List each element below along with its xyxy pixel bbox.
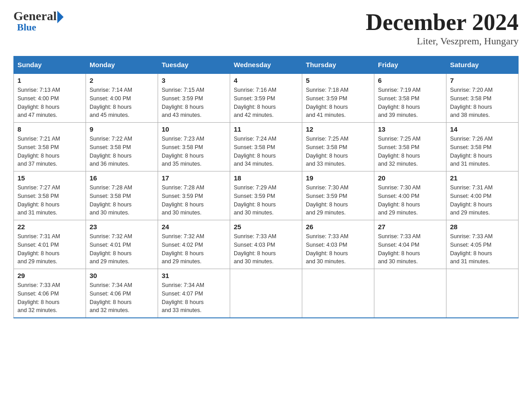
day-number: 20 bbox=[378, 174, 442, 182]
day-info: Sunrise: 7:20 AM Sunset: 3:58 PM Dayligh… bbox=[450, 86, 515, 120]
calendar-week-row: 8 Sunrise: 7:21 AM Sunset: 3:58 PM Dayli… bbox=[14, 123, 519, 171]
day-number: 22 bbox=[17, 223, 82, 231]
table-row: 12 Sunrise: 7:25 AM Sunset: 3:58 PM Dayl… bbox=[302, 123, 374, 171]
table-row: 9 Sunrise: 7:22 AM Sunset: 3:58 PM Dayli… bbox=[86, 123, 158, 171]
day-info: Sunrise: 7:29 AM Sunset: 3:59 PM Dayligh… bbox=[234, 184, 298, 217]
logo: General Blue bbox=[13, 9, 64, 33]
day-info: Sunrise: 7:33 AM Sunset: 4:06 PM Dayligh… bbox=[17, 281, 82, 315]
day-number: 19 bbox=[306, 174, 370, 182]
title-block: December 2024 Liter, Veszprem, Hungary bbox=[366, 9, 519, 47]
day-info: Sunrise: 7:27 AM Sunset: 3:58 PM Dayligh… bbox=[17, 184, 82, 217]
table-row: 7 Sunrise: 7:20 AM Sunset: 3:58 PM Dayli… bbox=[446, 73, 519, 123]
day-number: 24 bbox=[162, 223, 226, 231]
day-number: 9 bbox=[90, 125, 154, 133]
day-info: Sunrise: 7:23 AM Sunset: 3:58 PM Dayligh… bbox=[162, 135, 226, 168]
col-sunday: Sunday bbox=[14, 56, 86, 74]
day-number: 30 bbox=[90, 272, 154, 279]
day-info: Sunrise: 7:32 AM Sunset: 4:01 PM Dayligh… bbox=[90, 232, 154, 266]
day-number: 2 bbox=[90, 77, 154, 84]
day-number: 4 bbox=[234, 77, 298, 84]
day-info: Sunrise: 7:30 AM Sunset: 3:59 PM Dayligh… bbox=[306, 184, 370, 217]
col-friday: Friday bbox=[374, 56, 446, 74]
day-info: Sunrise: 7:34 AM Sunset: 4:06 PM Dayligh… bbox=[90, 281, 154, 315]
table-row: 29 Sunrise: 7:33 AM Sunset: 4:06 PM Dayl… bbox=[14, 269, 86, 318]
day-info: Sunrise: 7:34 AM Sunset: 4:07 PM Dayligh… bbox=[162, 281, 226, 315]
col-saturday: Saturday bbox=[446, 56, 519, 74]
day-number: 5 bbox=[306, 77, 370, 84]
table-row: 16 Sunrise: 7:28 AM Sunset: 3:58 PM Dayl… bbox=[86, 171, 158, 220]
table-row bbox=[230, 269, 302, 318]
table-row: 28 Sunrise: 7:33 AM Sunset: 4:05 PM Dayl… bbox=[446, 220, 519, 269]
day-info: Sunrise: 7:19 AM Sunset: 3:58 PM Dayligh… bbox=[378, 86, 442, 120]
day-number: 26 bbox=[306, 223, 370, 231]
day-info: Sunrise: 7:25 AM Sunset: 3:58 PM Dayligh… bbox=[306, 135, 370, 168]
table-row: 27 Sunrise: 7:33 AM Sunset: 4:04 PM Dayl… bbox=[374, 220, 446, 269]
location-text: Liter, Veszprem, Hungary bbox=[366, 35, 519, 47]
table-row: 10 Sunrise: 7:23 AM Sunset: 3:58 PM Dayl… bbox=[158, 123, 230, 171]
day-number: 27 bbox=[378, 223, 442, 231]
day-number: 11 bbox=[234, 125, 298, 133]
calendar-week-row: 15 Sunrise: 7:27 AM Sunset: 3:58 PM Dayl… bbox=[14, 171, 519, 220]
day-number: 12 bbox=[306, 125, 370, 133]
table-row: 25 Sunrise: 7:33 AM Sunset: 4:03 PM Dayl… bbox=[230, 220, 302, 269]
table-row: 11 Sunrise: 7:24 AM Sunset: 3:58 PM Dayl… bbox=[230, 123, 302, 171]
table-row: 20 Sunrise: 7:30 AM Sunset: 4:00 PM Dayl… bbox=[374, 171, 446, 220]
day-number: 7 bbox=[450, 77, 515, 84]
day-number: 23 bbox=[90, 223, 154, 231]
col-thursday: Thursday bbox=[302, 56, 374, 74]
day-info: Sunrise: 7:16 AM Sunset: 3:59 PM Dayligh… bbox=[234, 86, 298, 120]
day-info: Sunrise: 7:18 AM Sunset: 3:59 PM Dayligh… bbox=[306, 86, 370, 120]
day-number: 25 bbox=[234, 223, 298, 231]
table-row: 2 Sunrise: 7:14 AM Sunset: 4:00 PM Dayli… bbox=[86, 73, 158, 123]
day-info: Sunrise: 7:33 AM Sunset: 4:05 PM Dayligh… bbox=[450, 232, 515, 266]
col-wednesday: Wednesday bbox=[230, 56, 302, 74]
table-row: 6 Sunrise: 7:19 AM Sunset: 3:58 PM Dayli… bbox=[374, 73, 446, 123]
day-number: 21 bbox=[450, 174, 515, 182]
day-number: 17 bbox=[162, 174, 226, 182]
table-row: 17 Sunrise: 7:28 AM Sunset: 3:59 PM Dayl… bbox=[158, 171, 230, 220]
table-row bbox=[302, 269, 374, 318]
table-row: 4 Sunrise: 7:16 AM Sunset: 3:59 PM Dayli… bbox=[230, 73, 302, 123]
day-info: Sunrise: 7:33 AM Sunset: 4:03 PM Dayligh… bbox=[306, 232, 370, 266]
day-number: 10 bbox=[162, 125, 226, 133]
day-number: 1 bbox=[17, 77, 82, 84]
day-number: 14 bbox=[450, 125, 515, 133]
day-number: 6 bbox=[378, 77, 442, 84]
calendar-header-row: Sunday Monday Tuesday Wednesday Thursday… bbox=[14, 56, 519, 74]
table-row: 18 Sunrise: 7:29 AM Sunset: 3:59 PM Dayl… bbox=[230, 171, 302, 220]
day-info: Sunrise: 7:24 AM Sunset: 3:58 PM Dayligh… bbox=[234, 135, 298, 168]
calendar-table: Sunday Monday Tuesday Wednesday Thursday… bbox=[13, 56, 519, 318]
table-row: 31 Sunrise: 7:34 AM Sunset: 4:07 PM Dayl… bbox=[158, 269, 230, 318]
day-info: Sunrise: 7:26 AM Sunset: 3:58 PM Dayligh… bbox=[450, 135, 515, 168]
day-number: 28 bbox=[450, 223, 515, 231]
day-info: Sunrise: 7:14 AM Sunset: 4:00 PM Dayligh… bbox=[90, 86, 154, 120]
month-title: December 2024 bbox=[366, 9, 519, 35]
day-number: 3 bbox=[162, 77, 226, 84]
logo-arrow-icon bbox=[57, 11, 64, 23]
table-row: 22 Sunrise: 7:31 AM Sunset: 4:01 PM Dayl… bbox=[14, 220, 86, 269]
table-row: 14 Sunrise: 7:26 AM Sunset: 3:58 PM Dayl… bbox=[446, 123, 519, 171]
table-row: 8 Sunrise: 7:21 AM Sunset: 3:58 PM Dayli… bbox=[14, 123, 86, 171]
day-info: Sunrise: 7:21 AM Sunset: 3:58 PM Dayligh… bbox=[17, 135, 82, 168]
table-row: 19 Sunrise: 7:30 AM Sunset: 3:59 PM Dayl… bbox=[302, 171, 374, 220]
day-info: Sunrise: 7:22 AM Sunset: 3:58 PM Dayligh… bbox=[90, 135, 154, 168]
table-row: 15 Sunrise: 7:27 AM Sunset: 3:58 PM Dayl… bbox=[14, 171, 86, 220]
table-row: 26 Sunrise: 7:33 AM Sunset: 4:03 PM Dayl… bbox=[302, 220, 374, 269]
table-row: 13 Sunrise: 7:25 AM Sunset: 3:58 PM Dayl… bbox=[374, 123, 446, 171]
table-row: 21 Sunrise: 7:31 AM Sunset: 4:00 PM Dayl… bbox=[446, 171, 519, 220]
page-header: General Blue December 2024 Liter, Veszpr… bbox=[13, 9, 519, 47]
day-number: 18 bbox=[234, 174, 298, 182]
table-row: 3 Sunrise: 7:15 AM Sunset: 3:59 PM Dayli… bbox=[158, 73, 230, 123]
day-number: 8 bbox=[17, 125, 82, 133]
day-info: Sunrise: 7:33 AM Sunset: 4:04 PM Dayligh… bbox=[378, 232, 442, 266]
day-info: Sunrise: 7:28 AM Sunset: 3:58 PM Dayligh… bbox=[90, 184, 154, 217]
day-info: Sunrise: 7:31 AM Sunset: 4:00 PM Dayligh… bbox=[450, 184, 515, 217]
day-number: 31 bbox=[162, 272, 226, 279]
day-info: Sunrise: 7:33 AM Sunset: 4:03 PM Dayligh… bbox=[234, 232, 298, 266]
table-row bbox=[446, 269, 519, 318]
col-tuesday: Tuesday bbox=[158, 56, 230, 74]
calendar-week-row: 1 Sunrise: 7:13 AM Sunset: 4:00 PM Dayli… bbox=[14, 73, 519, 123]
day-number: 13 bbox=[378, 125, 442, 133]
day-info: Sunrise: 7:28 AM Sunset: 3:59 PM Dayligh… bbox=[162, 184, 226, 217]
day-number: 29 bbox=[17, 272, 82, 279]
